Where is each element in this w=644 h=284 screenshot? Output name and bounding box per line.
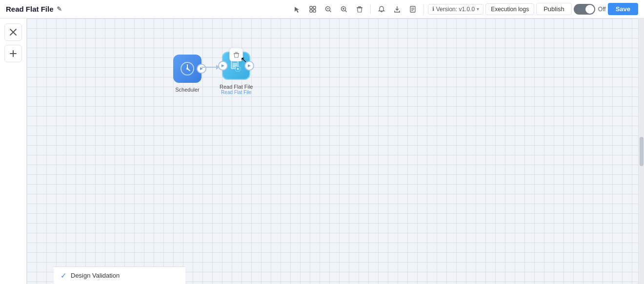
toolbar: ℹ Version: v1.0.0 ▾ Execution logs Publi… xyxy=(290,2,638,16)
svg-rect-0 xyxy=(310,6,312,9)
save-button[interactable]: Save xyxy=(608,3,638,15)
svg-marker-35 xyxy=(221,64,224,67)
zoom-in-button[interactable] xyxy=(337,2,351,16)
active-toggle[interactable] xyxy=(574,4,595,15)
read-flat-file-output-port[interactable] xyxy=(244,61,254,71)
connector-line xyxy=(201,67,216,68)
add-node-button[interactable] xyxy=(4,45,22,62)
notification-button[interactable] xyxy=(375,2,388,16)
toggle-label: Off xyxy=(598,6,606,13)
bottom-bar: ✓ Design Validation xyxy=(54,266,185,284)
right-scrollbar[interactable] xyxy=(638,19,644,284)
zoom-out-button[interactable] xyxy=(322,2,335,16)
version-label: Version: v1.0.0 xyxy=(436,6,475,13)
svg-line-10 xyxy=(345,10,346,12)
read-flat-file-sublabel: Read Flat File xyxy=(221,90,251,95)
toggle-wrap: Off xyxy=(574,4,606,15)
flow-container: Scheduler ↖ xyxy=(173,52,253,95)
separator-1 xyxy=(370,4,371,14)
export-button[interactable] xyxy=(390,2,404,16)
read-flat-file-label: Read Flat File xyxy=(220,84,253,90)
check-icon: ✓ xyxy=(60,271,67,280)
select-tool-button[interactable] xyxy=(290,2,304,16)
scheduler-node[interactable]: Scheduler xyxy=(173,55,201,93)
design-validation-label: Design Validation xyxy=(71,272,120,279)
left-sidebar xyxy=(0,19,27,284)
svg-marker-36 xyxy=(248,64,251,67)
execution-logs-button[interactable]: Execution logs xyxy=(485,3,534,15)
publish-button[interactable]: Publish xyxy=(536,3,572,15)
page-title: Read Flat File ✎ xyxy=(6,5,62,13)
scheduler-node-box[interactable] xyxy=(173,55,201,83)
version-badge[interactable]: ℹ Version: v1.0.0 ▾ xyxy=(428,4,483,15)
toggle-knob xyxy=(585,5,594,14)
header: Read Flat File ✎ xyxy=(0,0,644,19)
connector xyxy=(201,65,220,70)
canvas[interactable]: Scheduler ↖ xyxy=(27,19,638,284)
read-flat-file-node[interactable]: ↖ xyxy=(220,52,253,95)
read-flat-file-input-port[interactable] xyxy=(218,61,228,71)
doc-button[interactable] xyxy=(406,2,420,16)
delete-button[interactable] xyxy=(353,2,366,16)
scheduler-label: Scheduler xyxy=(175,87,200,93)
main-area: Scheduler ↖ xyxy=(0,19,644,284)
svg-rect-2 xyxy=(310,10,312,12)
svg-rect-12 xyxy=(358,6,361,7)
svg-rect-27 xyxy=(235,52,238,53)
svg-line-6 xyxy=(329,10,331,12)
svg-rect-3 xyxy=(313,10,316,12)
tools-button[interactable] xyxy=(4,23,22,41)
separator-2 xyxy=(423,4,424,14)
scrollbar-thumb[interactable] xyxy=(640,137,644,166)
delete-popup[interactable]: ↖ xyxy=(229,48,243,61)
fit-view-button[interactable] xyxy=(306,2,320,16)
page-title-text: Read Flat File xyxy=(6,5,54,13)
svg-point-24 xyxy=(186,68,188,70)
svg-rect-1 xyxy=(313,6,316,9)
edit-title-icon[interactable]: ✎ xyxy=(57,5,62,13)
